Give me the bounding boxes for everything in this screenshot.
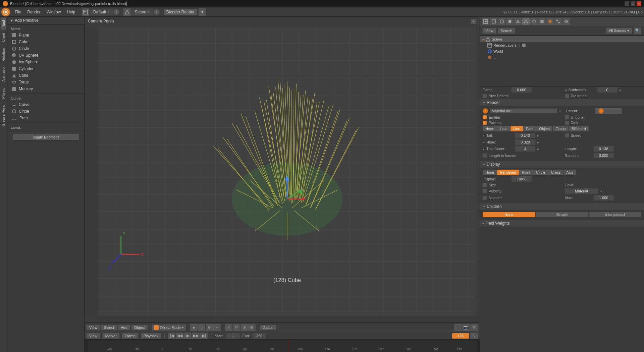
- material-dropdown[interactable]: ▾: [559, 109, 561, 113]
- current-frame-field[interactable]: 128: [452, 333, 469, 339]
- timeline-marker-btn[interactable]: Marker: [103, 333, 119, 339]
- display-axis-btn[interactable]: Axis: [564, 170, 576, 175]
- menu-window[interactable]: Window: [44, 9, 64, 15]
- size-checkbox[interactable]: [483, 183, 487, 187]
- data-properties-btn[interactable]: [538, 18, 546, 25]
- viewport-canvas[interactable]: Y X Z (128) Cube: [98, 27, 476, 316]
- transform-btn[interactable]: ⤢: [225, 324, 232, 331]
- mesh-monkey[interactable]: Monkey: [7, 85, 84, 92]
- mesh-uv-sphere[interactable]: UV Sphere: [7, 52, 84, 59]
- add-workspace-button[interactable]: +: [113, 9, 119, 15]
- rotate-btn[interactable]: ↺: [233, 324, 240, 331]
- subframes-arrow-left[interactable]: ◂: [565, 88, 567, 92]
- field-weights-section-header[interactable]: ▸ Field Weights: [480, 220, 644, 227]
- tool-tab[interactable]: Tool: [1, 17, 6, 30]
- physics-properties-btn[interactable]: [562, 18, 570, 25]
- step-back-btn[interactable]: ◀◀: [176, 333, 183, 339]
- add-scene-button[interactable]: +: [154, 9, 160, 15]
- scene-properties-btn[interactable]: [490, 18, 497, 25]
- minimize-button[interactable]: _: [625, 1, 629, 6]
- curve-circle[interactable]: Circle: [7, 108, 84, 115]
- render-line-btn[interactable]: Line: [511, 126, 523, 131]
- outliner-render-layers[interactable]: RenderLayers |: [480, 42, 644, 48]
- random-value[interactable]: 0.000: [594, 153, 614, 158]
- render-halo-btn[interactable]: Halo: [497, 126, 510, 131]
- display-rendered-btn[interactable]: Rendered: [497, 170, 519, 175]
- mesh-torus[interactable]: Torus: [7, 79, 84, 85]
- object-properties-btn[interactable]: [506, 18, 514, 25]
- timeline-ruler[interactable]: -40 -20 0 20 40 60 80 100 120 140 160 18…: [85, 340, 480, 352]
- curve-curve[interactable]: Curve: [7, 101, 84, 108]
- outliner-object[interactable]: ...: [480, 54, 644, 60]
- grease-tab[interactable]: Grease Penc: [1, 102, 6, 129]
- outliner-world[interactable]: World: [480, 48, 644, 54]
- settings-btn[interactable]: ⚙: [470, 324, 478, 331]
- trail-arrow-r[interactable]: ▸: [537, 147, 539, 151]
- emitter-checkbox[interactable]: ✓: [483, 115, 487, 119]
- animation-tab[interactable]: Animatio: [1, 65, 6, 84]
- speed-checkbox[interactable]: [565, 133, 569, 137]
- material-properties-btn[interactable]: [546, 18, 554, 25]
- tail-value[interactable]: 0.140: [515, 133, 535, 138]
- display-point-btn[interactable]: Point: [519, 170, 533, 175]
- subframes-arrow-right[interactable]: ▸: [620, 88, 621, 92]
- material-value[interactable]: Material: [565, 188, 598, 194]
- tail-arrow-r[interactable]: ▸: [537, 134, 539, 137]
- number-checkbox[interactable]: [483, 196, 487, 200]
- scene-selector[interactable]: All Scenes ▾: [606, 28, 632, 34]
- snap-btn[interactable]: ⊕: [206, 324, 213, 331]
- render-group-btn[interactable]: Group: [553, 126, 569, 131]
- material-name[interactable]: Material.001: [490, 109, 557, 113]
- display-none-btn[interactable]: None: [483, 170, 497, 175]
- parents-checkbox[interactable]: ✓: [483, 121, 487, 125]
- renderer-dropdown[interactable]: Blender Render: [164, 9, 197, 15]
- length-in-frames-checkbox[interactable]: [483, 154, 487, 158]
- constraint-btn[interactable]: [530, 18, 538, 25]
- mesh-circle[interactable]: Circle: [7, 45, 84, 52]
- renderer-menu[interactable]: ▾: [199, 8, 206, 16]
- display-circle-btn[interactable]: Circle: [533, 170, 548, 175]
- other-btn[interactable]: ⊞: [248, 324, 256, 331]
- timeline-frame-btn[interactable]: Frame: [122, 333, 138, 339]
- menu-help[interactable]: Help: [64, 9, 78, 15]
- workspace-tab-close[interactable]: ×: [107, 10, 109, 14]
- viewport-add-button[interactable]: +: [471, 19, 476, 24]
- children-none-btn[interactable]: None: [483, 212, 535, 217]
- outliner-view-btn[interactable]: View: [483, 28, 496, 34]
- curve-path[interactable]: Path: [7, 115, 84, 121]
- object-button[interactable]: Object: [131, 325, 148, 330]
- mode-dropdown[interactable]: Object Mode ▾: [152, 325, 186, 331]
- children-simple-btn[interactable]: Simple: [536, 212, 588, 217]
- outliner-search-icon-btn[interactable]: 🔍: [634, 27, 641, 34]
- outliner-scene[interactable]: ▸ Scene: [480, 36, 644, 42]
- display-cross-btn[interactable]: Cross: [548, 170, 564, 175]
- particle-properties-btn[interactable]: [522, 18, 530, 25]
- camera-btn[interactable]: 📷: [462, 324, 470, 331]
- add-button[interactable]: Add: [118, 325, 130, 330]
- parent-value[interactable]: [595, 108, 622, 114]
- view-perspective-btn[interactable]: ●: [190, 324, 198, 331]
- damp-value[interactable]: 0.000: [512, 87, 532, 93]
- timeline-view-btn[interactable]: View: [87, 333, 100, 339]
- timeline-playback-btn[interactable]: Playback: [141, 333, 161, 339]
- display-section-header[interactable]: ▼ Display: [480, 161, 644, 168]
- die-on-hit-checkbox[interactable]: [565, 94, 569, 98]
- render-path-btn[interactable]: Path: [523, 126, 536, 131]
- subframes-value[interactable]: 0: [597, 87, 618, 93]
- render-section-header[interactable]: ▼ Render: [480, 99, 644, 106]
- children-section-header[interactable]: ▼ Children: [480, 203, 644, 210]
- select-button[interactable]: Select: [101, 325, 117, 330]
- modifier-properties-btn[interactable]: [514, 18, 522, 25]
- close-button[interactable]: ×: [637, 1, 641, 6]
- mesh-ico-sphere[interactable]: Ico Sphere: [7, 59, 84, 65]
- mesh-cube[interactable]: Cube: [7, 39, 84, 45]
- scale-btn[interactable]: ⇲: [240, 324, 248, 331]
- died-checkbox[interactable]: [565, 121, 569, 125]
- menu-render[interactable]: Render: [24, 9, 43, 15]
- start-frame-field[interactable]: 1: [226, 333, 240, 339]
- trail-count-value[interactable]: 4: [515, 146, 535, 152]
- tail-arrow[interactable]: ◂: [483, 134, 484, 137]
- global-dropdown[interactable]: Global: [260, 325, 276, 330]
- viewport-3d[interactable]: Camera Persp +: [85, 17, 480, 322]
- texture-properties-btn[interactable]: [554, 18, 562, 25]
